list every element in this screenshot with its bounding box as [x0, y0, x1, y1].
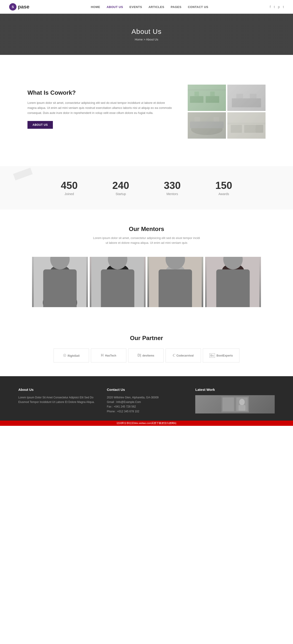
nav-pages[interactable]: PAGES [171, 5, 181, 9]
facebook-icon[interactable]: f [270, 5, 271, 9]
footer-contact-title: Contact Us [107, 388, 186, 392]
svg-rect-37 [172, 286, 179, 298]
mentor-card-1 [32, 257, 88, 307]
mentor-photo-3 [147, 257, 203, 307]
svg-point-21 [43, 291, 77, 307]
partner-codecarnival-label: C Codecarnival [173, 353, 194, 358]
svg-rect-2 [206, 96, 219, 103]
partner-title: Our Partner [18, 334, 275, 342]
footer-gmail: Gmail : Info@Example.Com [107, 400, 141, 404]
svg-rect-45 [220, 287, 246, 307]
about-heading: What Is Cowork? [28, 89, 174, 96]
footer-address: 2020 Willshire Glen, Alpharetta, GA-3000… [107, 395, 186, 414]
svg-rect-4 [210, 92, 215, 96]
partner-hastech: H HasTech [91, 348, 126, 362]
svg-rect-29 [105, 286, 130, 307]
svg-rect-49 [223, 270, 226, 296]
nav-events[interactable]: EVENTS [130, 5, 142, 9]
mentors-title: Our Mentors [9, 226, 284, 232]
navbar: S pase HOME ABOUT US EVENTS ARTICLES PAG… [0, 0, 293, 14]
stat-awards-number: 150 [198, 180, 249, 191]
stat-mentors-label: Mentors [147, 192, 198, 196]
stat-joined-label: Joined [44, 192, 95, 196]
svg-rect-12 [190, 122, 224, 128]
svg-rect-25 [54, 277, 58, 280]
office-image-4 [227, 112, 265, 138]
about-button[interactable]: ABOUT US [28, 121, 53, 129]
footer-latest: Latest Work [195, 388, 275, 414]
partner-rightsell: ☉ RightSell [54, 348, 89, 362]
nav-contact[interactable]: CONTACT US [188, 5, 208, 9]
svg-rect-44 [207, 257, 259, 307]
breadcrumb-separator: > [144, 38, 146, 41]
svg-point-54 [239, 399, 245, 405]
nav-home[interactable]: HOME [91, 5, 100, 9]
svg-point-24 [50, 265, 70, 278]
svg-rect-32 [107, 272, 112, 290]
svg-point-31 [106, 264, 129, 280]
svg-rect-5 [188, 90, 226, 90]
svg-point-30 [109, 266, 127, 288]
nav-links: HOME ABOUT US EVENTS ARTICLES PAGES CONT… [91, 5, 208, 9]
svg-rect-35 [149, 257, 202, 307]
watermark-bar: 访问即分享社区bbs.xieliao.com买西下载便宜白嫖网站 [0, 420, 293, 426]
partner-devitems: D| devitems [128, 348, 164, 362]
svg-rect-46 [229, 287, 237, 301]
svg-point-23 [50, 266, 70, 288]
svg-rect-42 [176, 276, 180, 280]
mentors-subtitle: Lorem ipsum dolor sit amet, consectetur … [92, 236, 201, 246]
svg-rect-9 [250, 94, 256, 98]
svg-rect-50 [240, 270, 243, 296]
partner-devitems-label: D| devitems [138, 353, 154, 358]
about-content: What Is Cowork? Lorem ipsum dolor sit am… [9, 68, 284, 152]
svg-rect-28 [91, 257, 144, 307]
stat-startup-number: 240 [95, 180, 147, 191]
svg-rect-20 [34, 257, 86, 307]
svg-rect-1 [190, 96, 203, 103]
hero-content: About Us Home > About Us [131, 28, 161, 41]
svg-rect-36 [162, 286, 189, 307]
svg-rect-3 [194, 92, 199, 96]
tumblr-icon[interactable]: t [274, 5, 275, 9]
footer-contact: Contact Us 2020 Willshire Glen, Alpharet… [107, 388, 186, 414]
twitter-icon[interactable]: t [283, 5, 284, 9]
about-body: Lorem ipsum dolor sit amet, consectetur … [28, 100, 174, 116]
stat-joined-number: 450 [44, 180, 95, 191]
footer-about: About Us Lorem Ipsum Dolor Sit Amet Cons… [18, 388, 98, 414]
partner-rightsell-label: ☉ RightSell [63, 353, 79, 358]
footer: About Us Lorem Ipsum Dolor Sit Amet Cons… [0, 376, 293, 421]
svg-rect-0 [188, 85, 226, 111]
stat-awards: 150 Awards [198, 180, 249, 196]
mentor-card-2 [90, 257, 146, 307]
footer-latest-title: Latest Work [195, 388, 275, 392]
mentor-card-4 [205, 257, 261, 307]
partner-hastech-label: H HasTech [101, 353, 116, 358]
nav-about[interactable]: ABOUT US [107, 5, 123, 9]
mentors-section: Our Mentors Lorem ipsum dolor sit amet, … [0, 210, 293, 321]
svg-rect-16 [231, 125, 242, 133]
svg-point-39 [166, 266, 184, 288]
logo[interactable]: S pase [9, 3, 29, 10]
pinterest-icon[interactable]: p [278, 5, 280, 9]
svg-rect-17 [244, 125, 255, 133]
svg-rect-33 [123, 272, 128, 290]
nav-articles[interactable]: ARTICLES [149, 5, 164, 9]
office-image-2 [227, 84, 265, 111]
svg-rect-14 [214, 117, 219, 122]
stat-joined: 450 Joined [44, 180, 95, 196]
partners-row: ☉ RightSell H HasTech D| devitems C Code… [18, 348, 275, 362]
mentor-photo-1 [32, 257, 88, 307]
watermark-text: 访问即分享社区bbs.xieliao.com买西下载便宜白嫖网站 [117, 422, 177, 424]
footer-about-title: About Us [18, 388, 98, 392]
svg-rect-18 [255, 125, 263, 133]
partner-section: Our Partner ☉ RightSell H HasTech D| dev… [0, 321, 293, 376]
svg-rect-13 [194, 117, 200, 122]
partner-bootexperts-label: Bc BootExperts [209, 354, 233, 357]
stats-grid: 450 Joined 240 Startup 330 Mentors 150 A… [44, 180, 249, 196]
breadcrumb-home[interactable]: Home [135, 38, 143, 41]
mentor-photo-4 [205, 257, 261, 307]
svg-point-48 [222, 264, 244, 278]
svg-rect-52 [222, 398, 234, 411]
stat-awards-label: Awards [198, 192, 249, 196]
office-image-1 [188, 84, 226, 111]
